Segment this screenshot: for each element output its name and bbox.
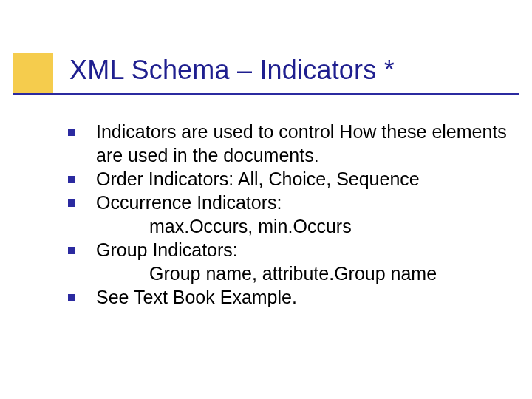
square-bullet-icon	[68, 294, 75, 301]
square-bullet-icon	[68, 129, 75, 136]
list-item: Indicators are used to control How these…	[68, 120, 511, 167]
accent-square	[13, 53, 53, 93]
square-bullet-icon	[68, 176, 75, 183]
slide-title: XML Schema – Indicators *	[69, 55, 395, 86]
list-item-text: Order Indicators: All, Choice, Sequence	[96, 168, 420, 189]
square-bullet-icon	[68, 200, 75, 207]
square-bullet-icon	[68, 247, 75, 254]
slide-body: Indicators are used to control How these…	[68, 120, 511, 309]
list-item: See Text Book Example.	[68, 285, 511, 309]
list-item-subtext: Group name, attribute.Group name	[96, 262, 511, 285]
list-item-text: Occurrence Indicators:	[96, 192, 282, 213]
list-item-text: See Text Book Example.	[96, 287, 297, 307]
title-underline	[13, 93, 519, 95]
list-item: Order Indicators: All, Choice, Sequence	[68, 167, 511, 191]
slide: XML Schema – Indicators * Indicators are…	[0, 0, 532, 399]
list-item: Occurrence Indicators: max.Occurs, min.O…	[68, 191, 511, 238]
list-item: Group Indicators: Group name, attribute.…	[68, 238, 511, 285]
list-item-text: Indicators are used to control How these…	[96, 121, 507, 166]
list-item-text: Group Indicators:	[96, 239, 238, 260]
list-item-subtext: max.Occurs, min.Occurs	[96, 214, 511, 238]
